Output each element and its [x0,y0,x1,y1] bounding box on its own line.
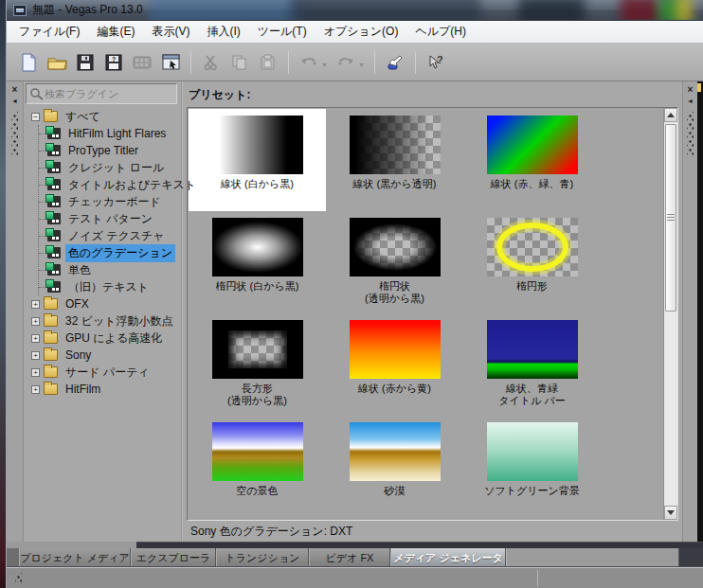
menu-view[interactable]: 表示(V) [143,21,198,43]
menu-edit[interactable]: 編集(E) [88,21,143,43]
preset-status-bar: Sony 色のグラデーション: DXT [187,521,678,542]
save-as-button[interactable]: ? [101,50,126,75]
menu-bar: ファイル(F) 編集(E) 表示(V) 挿入(I) ツール(T) オプション(O… [7,21,703,44]
expand-expander-icon[interactable]: + [31,351,40,360]
menu-tools[interactable]: ツール(T) [249,21,315,43]
cut-button[interactable] [199,50,224,75]
close-panel-icon[interactable]: × [12,84,18,95]
preset-item[interactable]: 線状 (赤から黄) [326,313,463,416]
preset-item[interactable]: 楕円形 [463,211,601,313]
tree-item-generator[interactable]: （旧）テキスト [47,278,181,295]
window-dock-tabs: プロジェクト メディア エクスプローラ トランジション ビデオ FX メディア … [7,548,703,567]
tab-project-media[interactable]: プロジェクト メディア [19,548,131,567]
tree-item-label: ノイズ テクスチャ [65,227,168,245]
preset-item-selected[interactable]: 線状 (白から黒) [189,109,326,211]
properties-button[interactable] [158,50,183,75]
menu-file[interactable]: ファイル(F) [10,21,88,43]
normal-edit-tool-button[interactable] [383,50,407,75]
scroll-down-button[interactable] [664,506,677,520]
expand-expander-icon[interactable]: + [31,300,40,309]
tree-item-generator[interactable]: ProType Titler [47,142,181,159]
expand-expander-icon[interactable]: + [31,334,40,343]
tab-transitions[interactable]: トランジション [216,548,309,567]
preset-item[interactable]: ソフトグリーン背景 [463,416,601,518]
expand-expander-icon[interactable]: + [31,385,40,394]
tree-item-generator[interactable]: HitFilm Light Flares [47,125,181,142]
tree-item-generator[interactable]: テスト パターン [47,210,181,227]
preset-item[interactable]: 線状 (赤、緑、青) [463,109,601,211]
undo-dropdown-arrow[interactable]: ▼ [321,62,328,68]
undo-button[interactable] [297,50,321,75]
preset-thumbnail [350,422,441,481]
menu-options[interactable]: オプション(O) [315,21,407,43]
search-icon [29,87,45,100]
preset-item[interactable]: 楕円状 (透明から黒) [326,211,463,313]
preset-item[interactable]: 線状、青緑 タイトル バー [463,313,601,416]
app-icon[interactable] [13,5,27,16]
tree-folder[interactable]: +GPU による高速化 [26,330,181,347]
preset-thumbnail [350,218,441,276]
tree-item-all[interactable]: − すべて [26,108,181,125]
menu-insert[interactable]: 挿入(I) [198,21,248,43]
expand-expander-icon[interactable]: + [31,368,40,377]
title-bar[interactable]: 無題 - Vegas Pro 13.0 [7,0,703,21]
collapse-panel-icon[interactable]: ◄ [11,97,18,106]
tree-folder-label: HitFilm [63,382,103,397]
tree-item-label: テスト パターン [65,210,155,228]
tree-item-generator[interactable]: ノイズ テクスチャ [47,227,181,244]
preset-item-label: 楕円形 [516,280,548,293]
scrollbar-thumb[interactable] [665,124,676,312]
redo-button[interactable] [333,50,358,75]
preset-item[interactable]: 長方形 (透明から黒) [189,313,326,416]
tree-folder[interactable]: +Sony [26,347,181,364]
new-document-icon [20,53,37,72]
search-input[interactable] [45,88,179,99]
preset-thumbnail [487,116,578,174]
collapse-expander-icon[interactable]: − [31,113,40,121]
new-project-button[interactable] [16,50,41,75]
tree-folder[interactable]: +32 ビット浮動小数点 [26,312,181,330]
paste-button[interactable] [256,50,280,75]
tab-media-generators[interactable]: メディア ジェネレータ [390,548,506,567]
media-generator-icon [47,230,61,241]
right-dock-strip: × ◄ [682,81,697,542]
scroll-up-button[interactable] [664,108,677,122]
preset-item[interactable]: 楕円状 (白から黒) [189,211,326,313]
tree-folder[interactable]: +サード パーティ [26,364,181,381]
tree-item-generator[interactable]: 単色 [47,261,181,278]
tree-item-generator-selected[interactable]: 色のグラデーション [47,244,181,261]
desktop-glass-blob [518,0,585,21]
preset-item[interactable]: 砂漠 [326,416,463,518]
preset-item-label: 楕円状 (白から黒) [216,280,299,293]
save-button[interactable] [73,50,98,75]
preset-item[interactable]: 線状 (黒から透明) [326,109,463,211]
open-button[interactable] [45,50,69,75]
render-as-button[interactable] [130,50,154,75]
collapse-panel-icon[interactable]: ◄ [687,97,694,106]
redo-dropdown-arrow[interactable]: ▼ [358,62,365,68]
close-panel-icon[interactable]: × [688,84,694,95]
preset-thumbnail [212,116,303,174]
svg-text:?: ? [112,56,116,62]
dock-grip-handle[interactable] [687,112,694,155]
tree-folder[interactable]: +OFX [26,295,181,312]
tab-explorer[interactable]: エクスプローラ [131,548,216,567]
dock-grip-handle[interactable] [15,573,22,584]
folder-icon [44,383,58,395]
tree-item-generator[interactable]: チェッカーボード [47,193,181,210]
preset-item[interactable]: 空の景色 [189,416,326,518]
search-box[interactable] [26,83,177,104]
dock-grip-handle[interactable] [11,112,18,155]
tree-folder[interactable]: +HitFilm [26,381,181,398]
whats-this-help-button[interactable]: ? [424,50,448,75]
expand-expander-icon[interactable]: + [31,317,40,326]
copy-button[interactable] [227,50,252,75]
menu-help[interactable]: ヘルプ(H) [406,21,475,43]
preset-scrollbar[interactable] [663,108,677,520]
tree-item-generator[interactable]: タイトルおよびテキスト [47,176,181,193]
media-generator-icon [47,162,61,173]
tree-item-generator[interactable]: クレジット ロール [47,159,181,176]
vegas-pro-window: 無題 - Vegas Pro 13.0 ファイル(F) 編集(E) 表示(V) … [6,0,703,588]
tab-video-fx[interactable]: ビデオ FX [309,548,390,567]
preset-thumbnail [350,320,441,379]
